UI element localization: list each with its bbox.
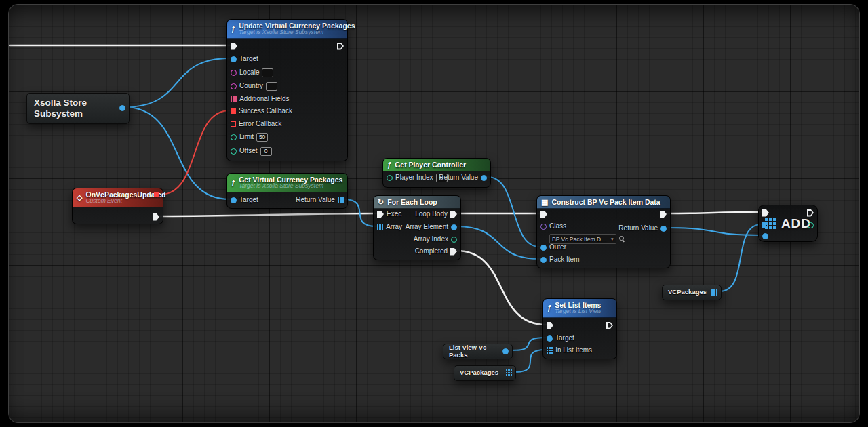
node-construct-bp-vc-pack-item-data-header[interactable]: ▦Construct BP Vc Pack Item Data [537,196,670,209]
pin-country[interactable]: Country [231,81,277,92]
pin-exec-out[interactable] [660,209,667,220]
node-list-view-vc-packs[interactable]: List View Vc Packs [443,344,513,359]
node-subtitle: Target is Xsolla Store Subsystem [239,183,342,189]
pin-error-callback[interactable]: Error Callback [231,119,281,129]
country-value-input[interactable] [266,82,277,91]
node-set-list-items[interactable]: ƒSet List ItemsTarget is List ViewTarget… [542,298,617,359]
pin-return-value[interactable]: Return Value [439,172,487,183]
pin-in-list-items[interactable]: In List Items [547,345,592,356]
pin-return-index[interactable] [808,220,814,230]
node-for-each-loop-header[interactable]: ↻For Each Loop [374,196,460,209]
pin-return-value[interactable]: Return Value [618,223,667,234]
exec-pin-icon [377,211,384,218]
pin-label: Success Callback [239,106,292,117]
offset-value-input[interactable]: 0 [260,147,272,156]
pin-array[interactable]: Array [377,222,402,232]
pin-new-item[interactable] [762,230,768,241]
pin-loop-body[interactable]: Loop Body [415,209,457,220]
class-pin-icon [540,224,547,230]
node-get-virtual-currency-packages-header[interactable]: ƒGet Virtual Currency PackagesTarget is … [227,174,347,192]
array-pin-icon [338,197,344,203]
pin-value-out[interactable] [119,102,125,113]
pin-exec-in[interactable] [540,209,547,220]
node-update-virtual-currency-packages[interactable]: ƒUpdate Virtual Currency PackagesTarget … [226,19,348,161]
pin-label: Limit [239,131,254,142]
pin-return-value[interactable]: Return Value [296,195,344,205]
string-pin-icon [231,70,237,76]
delegate-pin-icon [231,108,236,114]
node-on-vc-packages-updated[interactable]: ◇OnVcPackagesUpdatedCustom Event [72,188,163,224]
node-array-add[interactable]: ADD [758,205,818,242]
pin-limit[interactable]: Limit50 [231,131,268,142]
array-pin-icon [506,369,512,375]
exec-pin-icon [547,322,553,329]
blueprint-graph-canvas[interactable]: ƒUpdate Virtual Currency PackagesTarget … [8,4,860,423]
limit-value-input[interactable]: 50 [256,133,268,142]
pin-target[interactable]: Target [231,54,258,64]
pin-label: Completed [415,246,448,257]
graph-world: ƒUpdate Virtual Currency PackagesTarget … [8,4,860,423]
search-icon[interactable] [619,236,625,242]
pin-label: Class [549,221,566,232]
pin-label: Pack Item [549,254,579,265]
pin-offset[interactable]: Offset0 [231,146,272,157]
object-pin-icon [762,233,768,239]
exec-pin-icon [231,43,237,50]
node-xsolla-store-subsystem[interactable]: Xsolla Store Subsystem [26,93,130,124]
function-icon: ƒ [231,25,235,33]
node-vcpackages-lower[interactable]: VCPackages [454,365,516,381]
pin-exec-out[interactable] [337,41,344,52]
int-pin-icon [387,175,393,181]
object-pin-icon [540,245,547,251]
array-pin-icon [762,222,768,228]
pin-delegate-out[interactable] [154,189,159,200]
node-get-player-controller-header[interactable]: ƒGet Player Controller [383,159,490,171]
pin-completed[interactable]: Completed [415,246,457,257]
locale-value-input[interactable] [262,68,273,77]
pin-label: Outer [549,242,566,253]
exec-pin-icon [606,322,613,329]
node-construct-bp-vc-pack-item-data[interactable]: ▦Construct BP Vc Pack Item DataClassBP V… [536,195,671,268]
node-get-virtual-currency-packages[interactable]: ƒGet Virtual Currency PackagesTarget is … [226,173,348,209]
pin-value-out[interactable] [711,287,717,298]
node-set-list-items-header[interactable]: ƒSet List ItemsTarget is List View [543,299,616,318]
object-pin-icon [502,348,509,354]
pin-value-out[interactable] [502,346,509,357]
pin-exec-in[interactable] [762,207,769,218]
pin-additional-fields[interactable]: Additional Fields [231,94,290,104]
node-on-vc-packages-updated-header[interactable]: ◇OnVcPackagesUpdatedCustom Event [73,188,163,207]
pin-outer[interactable]: Outer [540,242,566,253]
chevron-down-icon: ▾ [611,237,614,241]
array-pin-icon [711,289,717,295]
pin-pack-item[interactable]: Pack Item [540,254,579,265]
pin-target-array[interactable] [762,220,768,230]
object-pin-icon [231,56,237,62]
node-update-virtual-currency-packages-header[interactable]: ƒUpdate Virtual Currency PackagesTarget … [227,20,347,39]
pin-exec-in[interactable]: Exec [377,209,401,220]
variable-title: VCPackages [663,287,717,298]
pin-label: Country [239,81,263,92]
pin-locale[interactable]: Locale [231,67,273,78]
pin-target[interactable]: Target [231,195,258,205]
pin-target[interactable]: Target [547,333,574,344]
pin-exec-in[interactable] [547,320,553,331]
pin-exec-out[interactable] [807,207,814,218]
pin-success-callback[interactable]: Success Callback [231,106,292,117]
pin-label: In List Items [555,345,592,356]
pin-exec-out[interactable] [606,320,613,331]
node-get-player-controller[interactable]: ƒGet Player ControllerPlayer Index0Retur… [382,158,491,188]
pin-label: Loop Body [415,209,448,220]
pin-exec-in[interactable] [231,41,237,52]
pin-array-index[interactable]: Array Index [414,234,457,245]
node-for-each-loop[interactable]: ↻For Each LoopExecArrayLoop BodyArray El… [373,195,461,260]
exec-pin-icon [153,214,159,221]
pin-label: Additional Fields [239,94,289,104]
loop-icon: ↻ [378,199,384,206]
node-vcpackages-upper[interactable]: VCPackages [662,285,722,300]
pin-exec-out[interactable] [153,211,159,222]
pin-array-element[interactable]: Array Element [406,222,457,232]
node-title: Construct BP Vc Pack Item Data [551,198,660,206]
delegate-pin-icon [154,192,159,197]
pin-value-out[interactable] [506,367,512,378]
function-icon: ƒ [387,161,391,169]
